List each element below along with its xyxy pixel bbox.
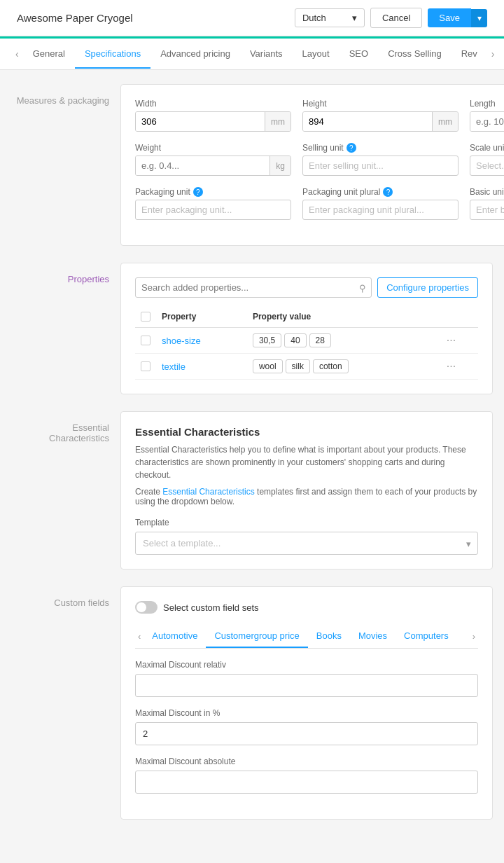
weight-input[interactable] — [136, 156, 270, 175]
properties-table: Property Property value shoe-size 30,5 4… — [135, 306, 478, 380]
length-label: Length — [470, 99, 504, 109]
max-discount-percent-group: Maximal Discount in % — [135, 708, 478, 745]
width-group: Width mm — [135, 99, 291, 132]
nav-tabs: ‹ General Specifications Advanced pricin… — [0, 39, 504, 70]
length-input[interactable] — [470, 112, 504, 131]
custom-fields-label: Custom fields — [11, 586, 109, 820]
max-discount-relativ-group: Maximal Discount relativ — [135, 660, 478, 697]
custom-field-sets-toggle[interactable] — [135, 601, 158, 614]
configure-properties-button[interactable]: Configure properties — [377, 277, 478, 298]
packaging-unit-info-icon[interactable]: ? — [193, 187, 203, 197]
packaging-unit-group: Packaging unit ? — [135, 187, 291, 220]
width-label: Width — [135, 99, 291, 109]
property-name-2[interactable]: textile — [162, 361, 186, 372]
max-discount-absolute-input[interactable] — [135, 771, 478, 794]
max-discount-relativ-input[interactable] — [135, 674, 478, 697]
properties-section: Properties ⚲ Configure properties Proper… — [11, 263, 493, 394]
table-row: shoe-size 30,5 40 28 ··· — [135, 328, 478, 354]
cancel-button[interactable]: Cancel — [370, 8, 422, 28]
properties-label: Properties — [11, 263, 109, 394]
custom-field-sets-toggle-row: Select custom field sets — [135, 601, 478, 614]
chevron-down-icon: ▾ — [352, 13, 357, 23]
selling-unit-label: Selling unit ? — [302, 143, 458, 153]
height-input[interactable] — [303, 112, 432, 131]
weight-unit: kg — [270, 156, 290, 175]
weight-group: Weight kg — [135, 143, 291, 176]
tab-cross-selling[interactable]: Cross Selling — [378, 40, 451, 69]
custom-fields-content: Select custom field sets ‹ Automotive Cu… — [120, 586, 493, 820]
tab-seo[interactable]: SEO — [340, 40, 378, 69]
property-name-1[interactable]: shoe-size — [162, 336, 201, 346]
custom-tabs-next-arrow[interactable]: › — [470, 631, 478, 642]
width-input-wrap: mm — [135, 111, 291, 132]
essential-label: Essential Characteristics — [11, 411, 109, 569]
scale-unit-select[interactable]: Select... — [470, 156, 504, 176]
property-values-2: wool silk cotton — [253, 359, 435, 373]
height-unit: mm — [432, 112, 458, 131]
essential-content: Essential Characteristics Essential Char… — [120, 411, 493, 569]
custom-tab-books[interactable]: Books — [308, 625, 350, 648]
template-label: Template — [135, 518, 478, 527]
template-select[interactable]: Select a template... — [135, 532, 478, 555]
template-select-wrap: Select a template... — [135, 532, 478, 555]
tab-variants[interactable]: Variants — [240, 40, 293, 69]
properties-search-bar: ⚲ Configure properties — [135, 277, 478, 298]
custom-tab-movies[interactable]: Movies — [350, 625, 396, 648]
selling-unit-info-icon[interactable]: ? — [346, 143, 356, 153]
save-button[interactable]: Save — [428, 8, 471, 27]
table-row: textile wool silk cotton ··· — [135, 354, 478, 380]
tab-specifications[interactable]: Specifications — [75, 40, 150, 69]
language-selector[interactable]: Dutch ▾ — [295, 8, 365, 27]
weight-input-wrap: kg — [135, 156, 291, 176]
property-col-header: Property — [156, 306, 247, 328]
save-button-group: Save ▾ — [428, 8, 487, 27]
tab-layout[interactable]: Layout — [293, 40, 340, 69]
essential-characteristics-link[interactable]: Essential Characteristics — [162, 487, 254, 497]
nav-prev-arrow[interactable]: ‹ — [11, 39, 23, 69]
header: Awesome Paper Cryogel Dutch ▾ Cancel Sav… — [0, 0, 504, 36]
basic-unit-input[interactable] — [470, 200, 504, 220]
packaging-row: Packaging unit ? Packaging unit plural ?… — [135, 187, 504, 220]
page-title: Awesome Paper Cryogel — [17, 12, 133, 24]
custom-tab-computers[interactable]: Computers — [396, 625, 457, 648]
save-dropdown-button[interactable]: ▾ — [471, 9, 487, 27]
properties-content: ⚲ Configure properties Property Property… — [120, 263, 493, 394]
packaging-unit-input[interactable] — [135, 200, 291, 220]
row-more-button-2[interactable]: ··· — [447, 360, 456, 372]
height-group: Height mm — [302, 99, 458, 132]
scale-unit-select-wrap: Select... — [470, 156, 504, 176]
packaging-unit-plural-info-icon[interactable]: ? — [383, 187, 393, 197]
tab-advanced-pricing[interactable]: Advanced pricing — [150, 40, 240, 69]
weight-label: Weight — [135, 143, 291, 153]
custom-tabs-prev-arrow[interactable]: ‹ — [135, 631, 144, 642]
selling-unit-input[interactable] — [302, 156, 458, 176]
row-checkbox-2[interactable] — [141, 361, 150, 371]
max-discount-percent-label: Maximal Discount in % — [135, 708, 478, 718]
selling-unit-group: Selling unit ? — [302, 143, 458, 176]
row-more-button-1[interactable]: ··· — [447, 334, 456, 346]
value-tag: silk — [286, 359, 310, 373]
value-tag: wool — [253, 359, 283, 373]
properties-search-input[interactable] — [135, 277, 372, 298]
properties-search-wrap: ⚲ — [135, 277, 372, 298]
tab-general[interactable]: General — [23, 40, 75, 69]
max-discount-relativ-label: Maximal Discount relativ — [135, 660, 478, 670]
packaging-unit-plural-input[interactable] — [302, 200, 458, 220]
select-all-checkbox[interactable] — [141, 312, 150, 322]
property-values-1: 30,5 40 28 — [253, 333, 435, 347]
weight-row: Weight kg Selling unit ? Scale unit — [135, 143, 504, 176]
length-input-wrap: mm — [470, 111, 504, 132]
value-tag: 28 — [309, 333, 331, 347]
max-discount-percent-input[interactable] — [135, 722, 478, 745]
height-input-wrap: mm — [302, 111, 458, 132]
packaging-unit-label: Packaging unit ? — [135, 187, 291, 197]
row-checkbox-1[interactable] — [141, 336, 150, 345]
packaging-unit-plural-group: Packaging unit plural ? — [302, 187, 458, 220]
tab-rev[interactable]: Rev — [451, 40, 487, 69]
custom-tab-automotive[interactable]: Automotive — [144, 625, 206, 648]
width-unit: mm — [265, 112, 290, 131]
max-discount-absolute-group: Maximal Discount absolute — [135, 757, 478, 794]
nav-next-arrow[interactable]: › — [487, 39, 499, 69]
width-input[interactable] — [136, 112, 265, 131]
custom-tab-customergroup-price[interactable]: Customergroup price — [206, 625, 307, 648]
